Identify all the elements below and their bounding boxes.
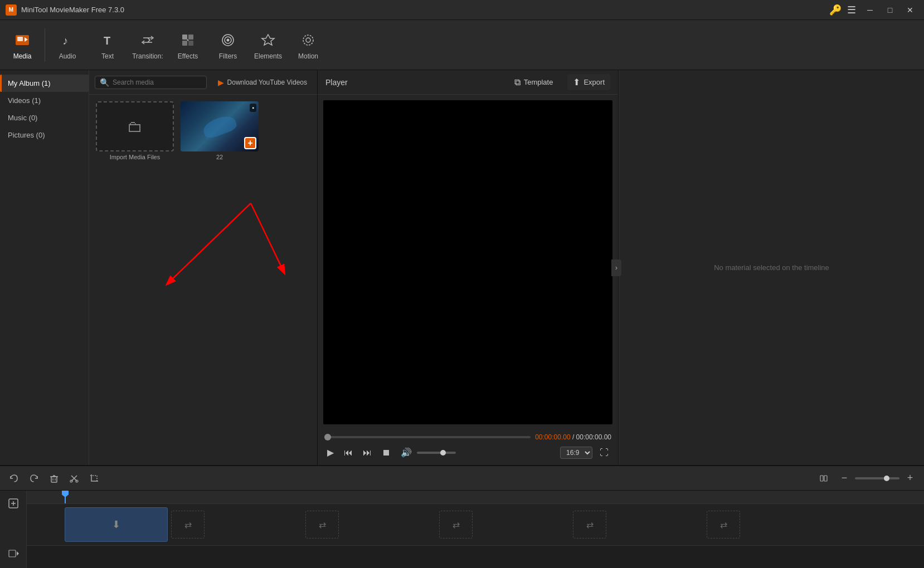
stop-button[interactable]: ⏹ [379,446,393,459]
timeline-side-buttons: ♪ [0,491,27,568]
player-header: Player ⧉ Template ⬆ Export [318,70,618,95]
text-label: Text [101,52,114,60]
template-button[interactable]: ⧉ Template [509,75,559,90]
svg-rect-21 [824,476,827,481]
time-separator: / [572,433,576,441]
toolbar-motion-button[interactable]: Motion [288,23,328,67]
undo-button[interactable] [6,470,22,487]
zoom-out-button[interactable]: − [836,470,853,487]
transition-slot-3[interactable]: ⇄ [439,511,473,538]
text-icon: T [98,30,118,50]
add-track-button[interactable] [5,495,22,512]
volume-wrap: 🔊 [398,445,456,459]
filters-label: Filters [219,52,237,60]
youtube-icon: ▶ [218,78,224,87]
effects-label: Effects [178,52,198,60]
download-youtube-button[interactable]: ▶ Download YouTube Videos [213,76,312,89]
svg-text:♪: ♪ [62,35,68,47]
transition-slot-1[interactable]: ⇄ [171,511,205,538]
playhead-handle [62,491,69,497]
export-button[interactable]: ⬆ Export [567,74,610,90]
fullscreen-button[interactable]: ⛶ [597,446,611,459]
svg-line-15 [167,203,251,284]
import-label: Import Media Files [110,154,160,160]
svg-rect-23 [9,550,16,557]
storyboard-toggle[interactable] [816,470,833,487]
time-total: 00:00:00.00 [576,433,611,441]
add-to-timeline-button[interactable]: + [244,137,256,149]
search-input[interactable] [113,79,202,86]
next-frame-button[interactable]: ⏭ [360,446,375,459]
svg-rect-8 [188,41,193,46]
toolbar-filters-button[interactable]: Filters [208,23,248,67]
import-media-item[interactable]: 🗀 Import Media Files [96,101,174,160]
zoom-control: − + [836,470,918,487]
timeline-toolbar: − + [0,466,924,491]
toolbar-effects-button[interactable]: Effects [168,23,208,67]
media-panel: My Album (1) Videos (1) Music (0) Pictur… [0,70,317,465]
properties-panel: › No material selected on the timeline [619,70,924,465]
media-label: Media [13,52,32,60]
play-button[interactable]: ▶ [324,445,337,459]
crop-button[interactable] [86,470,103,487]
video-media-item[interactable]: ▪ + 22 [181,101,259,160]
progress-bar[interactable] [324,436,531,438]
volume-thumb [440,450,446,456]
sidebar-item-music[interactable]: Music (0) [0,109,89,126]
search-input-wrap[interactable]: 🔍 [95,76,207,89]
video-track-row: ⬇ ⇄ ⇄ ⇄ ⇄ ⇄ [27,504,924,546]
time-current: 00:00:00.00 [535,433,570,441]
toolbar-transition-button[interactable]: Transition: [128,23,168,67]
aspect-ratio-select[interactable]: 16:9 9:16 4:3 1:1 [560,447,592,459]
volume-slider[interactable] [417,452,456,454]
svg-rect-17 [51,477,57,482]
import-box[interactable]: 🗀 [96,101,174,151]
transition-slot-5[interactable]: ⇄ [707,511,740,538]
svg-line-16 [251,203,284,273]
toolbar-text-button[interactable]: T Text [87,23,128,67]
search-icon: 🔍 [100,78,109,87]
transition-slot-2[interactable]: ⇄ [305,511,339,538]
audio-track-row [27,546,924,568]
volume-icon[interactable]: 🔊 [398,445,415,459]
zoom-in-button[interactable]: + [902,470,918,487]
right-area: Player ⧉ Template ⬆ Export [318,70,924,465]
video-type-badge: ▪ [250,104,256,112]
delete-button[interactable] [46,470,62,487]
elements-label: Elements [254,52,282,60]
main-content: My Album (1) Videos (1) Music (0) Pictur… [0,70,924,465]
minimize-button[interactable]: ─ [862,4,878,16]
close-button[interactable]: ✕ [902,4,918,16]
video-track-icon[interactable] [5,545,22,562]
video-clip[interactable]: ⬇ [65,507,168,542]
key-icon[interactable]: 🔑 [829,4,842,16]
player-title: Player [325,78,348,87]
svg-rect-1 [17,37,23,41]
video-preview [323,100,612,424]
playhead[interactable] [65,491,66,503]
video-thumb: ▪ + [181,101,259,151]
menu-icon[interactable]: ☰ [847,4,856,16]
progress-thumb[interactable] [324,434,331,440]
toolbar-elements-button[interactable]: Elements [248,23,288,67]
media-toolbar: 🔍 ▶ Download YouTube Videos [89,70,317,95]
toolbar-divider-1 [45,28,45,62]
maximize-button[interactable]: □ [882,4,898,16]
sidebar-item-videos[interactable]: Videos (1) [0,92,89,109]
toolbar-media-button[interactable]: Media [2,23,42,67]
progress-bar-wrap: 00:00:00.00 / 00:00:00.00 [324,433,611,441]
player-panel: Player ⧉ Template ⬆ Export [318,70,619,465]
redo-button[interactable] [26,470,42,487]
cut-button[interactable] [66,470,82,487]
timeline-content: ♪ ⬇ ⇄ ⇄ ⇄ ⇄ ⇄ [0,491,924,568]
svg-point-13 [303,35,313,45]
zoom-slider[interactable] [855,477,899,479]
prev-frame-button[interactable]: ⏮ [341,446,356,459]
timeline-area: − + ♪ [0,465,924,568]
sidebar-item-my-album[interactable]: My Album (1) [0,75,89,92]
collapse-panel-button[interactable]: › [611,259,621,276]
transition-slot-4[interactable]: ⇄ [573,511,606,538]
sidebar-item-pictures[interactable]: Pictures (0) [0,126,89,144]
toolbar-audio-button[interactable]: ♪ Audio [47,23,87,67]
app-logo: M [6,4,17,16]
